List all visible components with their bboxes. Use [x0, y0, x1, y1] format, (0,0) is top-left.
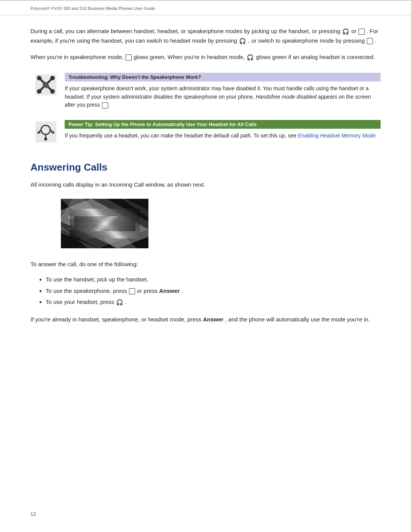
final-paragraph: If you're already in handset, speakerpho… [30, 315, 381, 324]
svg-point-4 [50, 76, 55, 80]
answering-calls-heading: Answering Calls [30, 161, 381, 173]
final-text-2: , and the phone will automatically use t… [225, 316, 370, 323]
bullet-sp-period: . [182, 288, 183, 294]
speakerphone-icon-inline3 [126, 54, 132, 61]
sp-icon-bullet [129, 288, 135, 294]
trouble-period: . [108, 102, 110, 108]
trouble-italic: Handsfree mode disabled [256, 94, 317, 100]
headset-icon-inline: 🎧 [342, 27, 349, 36]
intro-text-or: or [351, 28, 358, 34]
intro-text-3: , or switch to speakerphone mode by pres… [249, 37, 366, 44]
intro-text-1: During a call, you can alternate between… [30, 28, 342, 34]
headset-icon-inline3: 🎧 [247, 53, 254, 62]
svg-point-5 [37, 89, 41, 94]
bullet-handset: To use the handset, pick up the handset. [46, 275, 381, 284]
troubleshoot-title: Troubleshooting: Why Doesn't the Speaker… [65, 73, 381, 81]
bullet-hs-text1: To use your headset, press [46, 299, 116, 305]
troubleshooting-box: Troubleshooting: Why Doesn't the Speaker… [30, 73, 381, 109]
sp-text-3: glows green if an analog headset is conn… [256, 54, 375, 60]
troubleshoot-content: Troubleshooting: Why Doesn't the Speaker… [65, 73, 381, 109]
phone-image-area [61, 199, 381, 248]
svg-rect-15 [51, 131, 54, 134]
headset-icon-bullet: 🎧 [116, 297, 123, 307]
svg-rect-24 [68, 228, 99, 230]
bullet-speakerphone: To use the speakerphone, press or press … [46, 286, 381, 296]
answer-instructions-text: To answer the call, do one of the follow… [30, 260, 381, 269]
svg-rect-23 [68, 222, 107, 225]
header-bar: Polycom® VVX® 300 and 310 Business Media… [0, 0, 411, 15]
troubleshoot-body: If your speakerphone doesn't work, your … [65, 85, 381, 109]
svg-point-11 [44, 137, 47, 141]
power-tip-body: If you frequently use a headset, you can… [65, 132, 381, 140]
svg-rect-22 [68, 216, 118, 219]
power-body-text: If you frequently use a headset, you can… [65, 133, 298, 139]
power-tip-content: Power Tip: Setting Up the Phone to Autom… [65, 120, 381, 140]
header-title: Polycom® VVX® 300 and 310 Business Media… [30, 6, 155, 11]
sp-text-1: When you're in speakerphone mode, [30, 54, 125, 60]
bullet-sp-text2: or press [137, 288, 159, 294]
bullet-hs-text2: . [125, 299, 127, 305]
svg-point-3 [37, 76, 41, 80]
power-tip-box: Power Tip: Setting Up the Phone to Autom… [30, 120, 381, 142]
incoming-call-screenshot [61, 199, 148, 248]
bullet-sp-text1: To use the speakerphone, press [46, 288, 129, 294]
power-tip-title: Power Tip: Setting Up the Phone to Autom… [65, 120, 381, 129]
sp-text-2: glows green. When you're in headset mode… [134, 54, 246, 60]
troubleshoot-icon-area [30, 73, 61, 95]
page-number: 12 [30, 511, 36, 517]
power-tip-icon-area [30, 120, 61, 142]
speakerphone-icon-inline [358, 29, 365, 35]
intro-text-period: . [375, 37, 376, 44]
phone-screen-svg [61, 199, 148, 248]
bullet-handset-text: To use the handset, pick up the handset. [46, 276, 148, 283]
section-intro-text: All incoming calls display in an Incomin… [30, 180, 381, 189]
page-container: Polycom® VVX® 300 and 310 Business Media… [0, 0, 411, 532]
final-text-1: If you're already in handset, speakerpho… [30, 316, 203, 323]
headset-memory-link[interactable]: Enabling Headset Memory Mode [298, 133, 376, 139]
headset-icon-inline2: 🎧 [239, 37, 246, 46]
bullet-headset: To use your headset, press 🎧 . [46, 297, 381, 307]
headset-plug-icon [35, 121, 56, 142]
answer-bold-2: Answer [203, 316, 223, 323]
speakerphone-icon-inline2 [367, 38, 373, 44]
svg-rect-13 [37, 131, 40, 134]
wrench-icon [35, 74, 56, 95]
answer-bold-1: Answer [159, 288, 180, 294]
speakerphone-paragraph: When you're in speakerphone mode, glows … [30, 53, 381, 62]
speakerphone-icon-note [102, 102, 108, 109]
answer-bullets: To use the handset, pick up the handset.… [46, 275, 381, 307]
content-area: During a call, you can alternate between… [0, 15, 411, 347]
svg-point-6 [50, 89, 55, 94]
intro-paragraph-1: During a call, you can alternate between… [30, 27, 381, 46]
